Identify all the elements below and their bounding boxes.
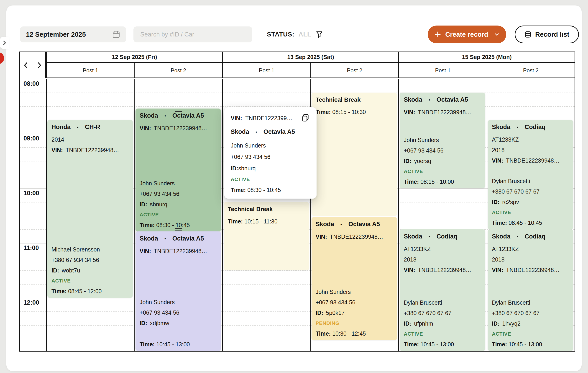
card-time: Time: 10:45 - 13:00 [140, 341, 217, 348]
customer-name: Michael Sorensson [52, 246, 129, 252]
card-time: Time: 10:45 - 13:00 [404, 341, 481, 348]
record-id: ID:5p0k17 [316, 310, 393, 316]
booking-card[interactable]: Skoda•Octavia A5VIN:TNBDE122239948…John … [136, 231, 221, 351]
plus-icon [434, 31, 441, 38]
popover-record-id: ID:sbnurq [231, 165, 310, 172]
week-nav [20, 52, 46, 78]
car-model: Octavia A5 [348, 221, 380, 228]
customer-name: John Sunders [316, 289, 393, 295]
car-brand: Skoda [316, 221, 334, 228]
bullet-separator: • [340, 222, 342, 227]
record-list-button[interactable]: Record list [515, 25, 579, 43]
date-picker[interactable]: 12 September 2025 [20, 26, 126, 42]
booking-card[interactable]: Skoda•CodiaqAT1233KZ2018VIN:TNBDE1222399… [488, 120, 573, 229]
break-card[interactable]: Technical BreakTime: 10:15 - 11:30 [224, 202, 309, 270]
car-plate: AT1233KZ [492, 137, 569, 143]
customer-name: John Sunders [140, 299, 217, 305]
card-time: Time: 10:15 - 11:30 [228, 218, 305, 225]
booking-card[interactable]: Skoda•Octavia A5VIN:TNBDE122239948…John … [312, 217, 397, 340]
customer-phone: +380 67 670 67 67 [492, 188, 569, 195]
popover-time: Time: 08:30 - 10:45 [231, 187, 310, 193]
customer-phone: +380 67 934 34 56 [52, 257, 129, 263]
car-model: Codiaq [437, 233, 458, 240]
chevron-right-icon [2, 40, 7, 46]
customer-name: Dylan Bruscetti [492, 178, 569, 184]
customer-phone: +067 93 434 56 [140, 191, 217, 197]
time-label: 08:00 [23, 80, 39, 87]
booking-card[interactable]: Skoda•Octavia A5VIN:TNBDE122239948…John … [136, 109, 221, 232]
car-brand: Skoda [492, 233, 510, 240]
filter-funnel-icon[interactable] [315, 31, 323, 38]
card-spacer [404, 277, 481, 300]
car-model: CH-R [85, 124, 100, 131]
record-id: ID:wobt7u [52, 267, 129, 273]
post-header: Post 1 [223, 63, 311, 77]
card-title: Skoda•Octavia A5 [316, 221, 393, 228]
status-badge: ACTIVE [492, 209, 569, 215]
card-title: Skoda•Octavia A5 [140, 235, 217, 242]
popover-model: Octavia A5 [263, 128, 295, 135]
status-badge: PENDING [316, 320, 393, 326]
customer-name: John Sunders [140, 180, 217, 186]
schedule-grid: 12 Sep 2025 (Fri)13 Sep 2025 (Sat)15 Sep… [19, 52, 575, 351]
popover-customer-name: John Sunders [231, 142, 310, 149]
card-spacer [140, 259, 217, 299]
record-id: ID:sbnurq [140, 201, 217, 207]
drag-handle-top[interactable] [175, 110, 182, 112]
card-time: Time: 08:45 - 10:45 [492, 219, 569, 226]
car-vin: VIN:TNBDE122239948… [492, 267, 569, 273]
car-model: Octavia A5 [172, 235, 204, 242]
search-box[interactable] [134, 26, 252, 42]
card-title: Honda•CH-R [52, 124, 129, 131]
post-header: Post 2 [487, 63, 575, 77]
card-time: Time: 08:30 - 10:45 [140, 222, 217, 229]
nav-prev-button[interactable] [23, 62, 28, 69]
car-brand: Skoda [404, 96, 422, 103]
time-label: 12:00 [23, 299, 39, 306]
card-time: Time: 08:45 - 12:00 [52, 288, 129, 295]
selected-date: 12 September 2025 [26, 31, 86, 38]
create-record-button[interactable]: Create record [428, 25, 506, 43]
car-vin: VIN:TNBDE122239948… [52, 147, 129, 153]
time-label: 09:00 [23, 135, 39, 142]
search-input[interactable] [140, 31, 246, 38]
popover-brand: Skoda [231, 128, 249, 135]
status-badge: ACTIVE [492, 331, 569, 337]
card-time: Time: 08:15 - 10:00 [404, 178, 481, 185]
create-record-label: Create record [445, 31, 488, 38]
car-year: 2018 [492, 147, 569, 153]
card-time: Time: 08:15 - 10:30 [316, 109, 393, 115]
car-year: 2014 [52, 137, 129, 143]
header-posts: Post 1Post 2Post 1Post 2Post 1Post 2 [46, 63, 575, 78]
customer-phone: +067 93 434 56 [140, 310, 217, 316]
popover-customer-phone: +067 93 434 56 [231, 154, 310, 160]
record-id: ID:ufpnhm [404, 320, 481, 327]
car-model: Octavia A5 [172, 112, 204, 119]
car-brand: Skoda [140, 235, 158, 242]
record-popover: VIN: TNBDE1222399… Skoda • Octavia A5 Jo… [224, 107, 316, 198]
break-title: Technical Break [316, 96, 393, 103]
sidebar-expand-tab[interactable] [0, 37, 9, 49]
car-brand: Skoda [404, 233, 422, 240]
booking-card[interactable]: Skoda•CodiaqAT1233KZ2018VIN:TNBDE1222399… [488, 229, 573, 351]
customer-phone: +380 67 670 67 67 [404, 310, 481, 316]
card-time: Time: 10:30 - 12:45 [316, 330, 393, 337]
copy-icon[interactable] [301, 113, 310, 123]
day-header: 15 Sep 2025 (Mon) [399, 52, 575, 62]
booking-card[interactable]: Skoda•CodiaqAT1233KZ2018VIN:TNBDE1222399… [400, 229, 485, 351]
car-vin: VIN:TNBDE122239948… [492, 158, 569, 164]
day-header: 13 Sep 2025 (Sat) [223, 52, 399, 62]
booking-card[interactable]: Honda•CH-R2014VIN:TNBDE122239948…Michael… [47, 120, 133, 298]
booking-card[interactable]: Skoda•Octavia A5VIN:TNBDE122239948…John … [400, 93, 485, 188]
card-spacer [404, 120, 481, 137]
customer-phone: +067 93 434 56 [316, 299, 393, 305]
break-card[interactable]: Technical BreakTime: 08:15 - 10:30 [312, 93, 397, 216]
nav-next-button[interactable] [37, 62, 42, 69]
customer-name: Dylan Bruscetti [492, 300, 569, 306]
status-value[interactable]: ALL [299, 31, 311, 38]
alert-dot [0, 52, 4, 64]
drag-handle-bottom[interactable] [175, 228, 182, 230]
record-id: ID:xdjbmw [140, 320, 217, 326]
card-title: Skoda•Octavia A5 [140, 112, 217, 119]
customer-phone: +067 93 434 56 [404, 147, 481, 154]
